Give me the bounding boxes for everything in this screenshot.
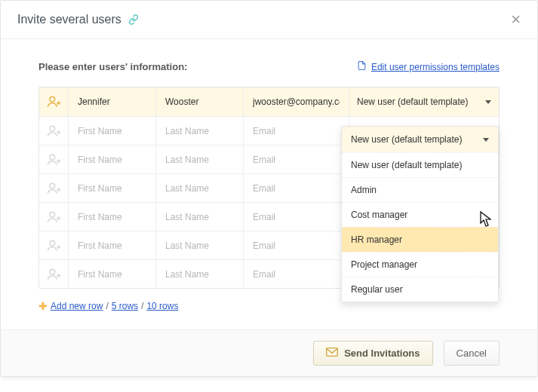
add-person-icon xyxy=(46,181,61,196)
plus-icon: ✚ xyxy=(38,301,48,311)
modal-header: Invite several users × xyxy=(1,1,537,39)
chevron-down-icon xyxy=(483,138,489,142)
template-label: New user (default template) xyxy=(357,96,468,107)
add-person-icon xyxy=(46,267,61,282)
chevron-down-icon xyxy=(485,100,491,104)
edit-templates-label: Edit user permissions templates xyxy=(371,62,500,72)
dropdown-option[interactable]: HR manager xyxy=(342,227,498,252)
first-name-input[interactable] xyxy=(76,211,148,223)
first-name-input[interactable] xyxy=(76,154,148,166)
row-links: ✚ Add new row / 5 rows / 10 rows xyxy=(38,301,500,311)
svg-point-6 xyxy=(50,155,55,160)
table-row: New user (default template) xyxy=(39,87,499,116)
first-name-input[interactable] xyxy=(76,182,148,194)
five-rows-link[interactable]: 5 rows xyxy=(112,301,138,311)
email-input[interactable] xyxy=(251,125,341,137)
add-row-link[interactable]: Add new row xyxy=(51,301,103,311)
edit-templates-link[interactable]: Edit user permissions templates xyxy=(357,60,500,73)
document-icon xyxy=(357,60,367,73)
email-cell xyxy=(243,87,349,116)
row-icon-cell xyxy=(39,87,68,116)
dropdown-option[interactable]: Project manager xyxy=(342,252,498,277)
template-dropdown[interactable]: New user (default template) New user (de… xyxy=(341,126,499,302)
send-invitations-button[interactable]: Send Invitations xyxy=(313,341,432,366)
last-name-input[interactable] xyxy=(164,125,235,137)
last-name-input[interactable] xyxy=(164,240,235,252)
ten-rows-link[interactable]: 10 rows xyxy=(146,301,178,311)
instruction-row: Please enter users' information: Edit us… xyxy=(38,60,500,73)
last-name-input[interactable] xyxy=(164,154,235,166)
cancel-label: Cancel xyxy=(457,348,487,359)
last-name-cell xyxy=(155,87,243,116)
email-input[interactable] xyxy=(251,240,341,252)
dropdown-selected[interactable]: New user (default template) xyxy=(342,127,498,152)
email-input[interactable] xyxy=(251,154,341,166)
last-name-input[interactable] xyxy=(164,182,235,194)
svg-rect-21 xyxy=(327,348,338,357)
dropdown-option[interactable]: New user (default template) xyxy=(342,152,498,177)
add-person-icon xyxy=(46,94,61,109)
email-input[interactable] xyxy=(251,268,341,280)
first-name-input[interactable] xyxy=(76,268,148,280)
envelope-icon xyxy=(326,348,338,359)
first-name-input[interactable] xyxy=(76,96,148,108)
dropdown-selected-label: New user (default template) xyxy=(351,134,462,145)
dropdown-option[interactable]: Regular user xyxy=(342,277,498,302)
instruction-text: Please enter users' information: xyxy=(38,61,187,72)
svg-point-18 xyxy=(50,269,55,274)
first-name-input[interactable] xyxy=(76,240,148,252)
add-person-icon xyxy=(46,210,61,225)
email-input[interactable] xyxy=(251,96,341,108)
svg-point-15 xyxy=(50,240,55,246)
last-name-input[interactable] xyxy=(164,268,235,280)
add-person-icon xyxy=(46,238,61,253)
first-name-input[interactable] xyxy=(76,125,148,137)
modal-footer: Send Invitations Cancel xyxy=(1,329,537,376)
email-input[interactable] xyxy=(251,182,341,194)
last-name-input[interactable] xyxy=(164,96,235,108)
cancel-button[interactable]: Cancel xyxy=(444,341,500,366)
first-name-cell xyxy=(68,87,155,116)
close-button[interactable]: × xyxy=(509,11,522,28)
row-icon-cell xyxy=(39,117,68,145)
add-person-icon xyxy=(46,124,61,139)
dropdown-option[interactable]: Admin xyxy=(342,177,498,202)
link-icon xyxy=(128,14,140,25)
template-cell[interactable]: New user (default template) xyxy=(349,87,499,116)
send-label: Send Invitations xyxy=(344,348,420,359)
svg-point-3 xyxy=(50,126,55,131)
svg-point-12 xyxy=(50,212,55,217)
add-person-icon xyxy=(46,152,61,167)
email-input[interactable] xyxy=(251,211,341,223)
dropdown-options: New user (default template) Admin Cost m… xyxy=(342,152,498,302)
svg-point-9 xyxy=(50,183,55,188)
svg-point-0 xyxy=(50,96,55,102)
last-name-input[interactable] xyxy=(164,211,235,223)
dropdown-option[interactable]: Cost manager xyxy=(342,202,498,227)
modal-title-text: Invite several users xyxy=(17,13,121,26)
modal-title: Invite several users xyxy=(17,13,140,26)
